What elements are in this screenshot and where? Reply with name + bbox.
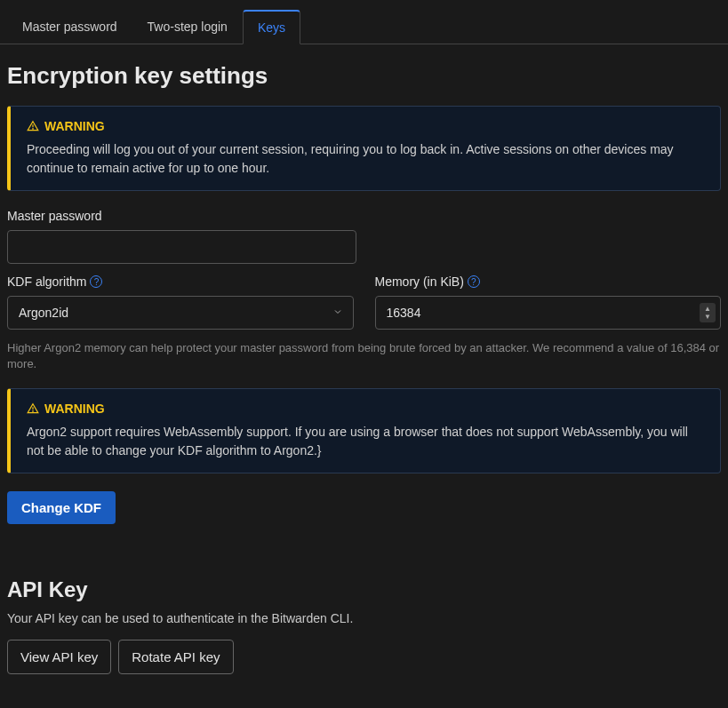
- warning-title: WARNING: [27, 402, 704, 416]
- page-title: Encryption key settings: [7, 62, 721, 90]
- master-password-input[interactable]: [7, 230, 356, 264]
- tab-master-password[interactable]: Master password: [7, 10, 132, 44]
- memory-label-text: Memory (in KiB): [375, 274, 464, 289]
- warning-callout-session: WARNING Proceeding will log you out of y…: [7, 106, 721, 191]
- api-key-heading: API Key: [7, 577, 721, 602]
- help-icon[interactable]: ?: [468, 275, 480, 288]
- memory-help-text: Higher Argon2 memory can help protect yo…: [7, 340, 721, 372]
- warning-title: WARNING: [27, 119, 704, 133]
- tab-bar: Master password Two-step login Keys: [0, 9, 728, 44]
- change-kdf-button[interactable]: Change KDF: [7, 491, 116, 524]
- warning-icon: [27, 402, 39, 415]
- kdf-label-text: KDF algorithm: [7, 274, 86, 289]
- memory-label: Memory (in KiB) ?: [375, 274, 722, 289]
- rotate-api-key-button[interactable]: Rotate API key: [118, 640, 233, 674]
- warning-title-text: WARNING: [44, 402, 105, 416]
- warning-callout-argon2: WARNING Argon2 support requires WebAssem…: [7, 388, 721, 473]
- api-key-description: Your API key can be used to authenticate…: [7, 611, 721, 625]
- kdf-algorithm-select[interactable]: Argon2id: [7, 296, 354, 330]
- stepper-arrows-icon[interactable]: ▲▼: [700, 303, 716, 322]
- svg-point-3: [33, 411, 34, 412]
- warning-title-text: WARNING: [44, 119, 105, 133]
- page-content: Encryption key settings WARNING Proceedi…: [0, 44, 728, 681]
- tab-two-step-login[interactable]: Two-step login: [132, 10, 243, 44]
- warning-icon: [27, 120, 39, 132]
- warning-body: Argon2 support requires WebAssembly supp…: [27, 423, 704, 460]
- memory-input[interactable]: [375, 296, 722, 330]
- help-icon[interactable]: ?: [90, 275, 102, 288]
- warning-body: Proceeding will log you out of your curr…: [27, 140, 704, 178]
- view-api-key-button[interactable]: View API key: [7, 640, 111, 674]
- master-password-label: Master password: [7, 209, 356, 223]
- kdf-algorithm-label: KDF algorithm ?: [7, 274, 354, 289]
- tab-keys[interactable]: Keys: [243, 10, 300, 44]
- svg-point-1: [33, 129, 34, 130]
